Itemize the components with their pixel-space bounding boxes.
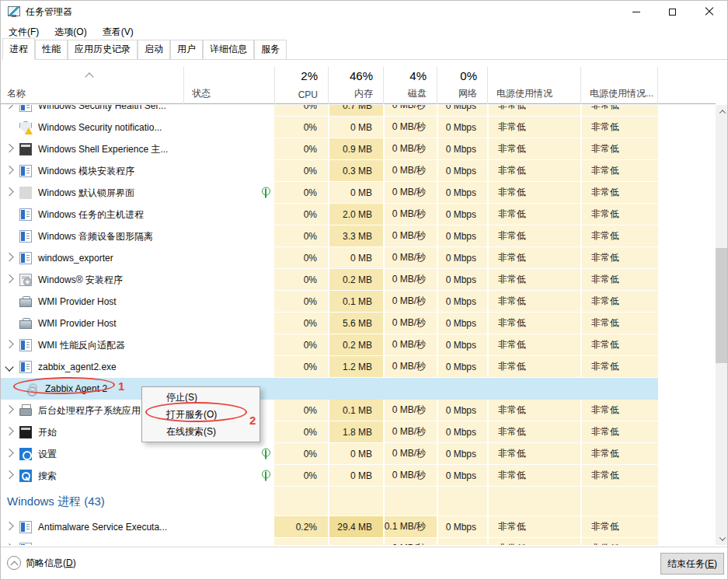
tree-chevron-icon[interactable] [5, 522, 13, 530]
cell-network: 0 Mbps [437, 117, 487, 138]
cell-disk: 0 MB/秒 [383, 204, 437, 225]
cell-disk: 0 MB/秒 [383, 160, 437, 181]
end-task-button[interactable]: 结束任务(E) [660, 553, 724, 575]
tab-details[interactable]: 详细信息 [203, 40, 254, 59]
table-row[interactable]: 后台处理程序子系统应用 0% 0.1 MB 0 MB/秒 0 Mbps 非常低 … [1, 400, 658, 421]
table-row[interactable]: Windows 任务的主机进程 0% 2.0 MB 0 MB/秒 0 Mbps … [1, 204, 658, 225]
process-list: Windows Security Health Ser... 0% 0.7 MB… [1, 105, 716, 545]
process-name-cell: Antimalware Service Executa... [1, 516, 274, 538]
table-row[interactable]: Windows Security Health Ser... 0% 0.7 MB… [1, 105, 658, 117]
cell-memory: 0 MB [328, 182, 383, 203]
menu-options[interactable]: 选项(O) [47, 23, 94, 41]
tree-chevron-icon[interactable] [5, 449, 13, 457]
tab-services[interactable]: 服务 [254, 40, 287, 59]
tab-users[interactable]: 用户 [170, 40, 203, 59]
table-row[interactable]: zabbix_agent2.exe 0% 1.2 MB 0 MB/秒 0 Mbp… [1, 356, 658, 378]
minimize-button[interactable] [618, 1, 654, 23]
tree-chevron-icon[interactable] [5, 187, 13, 196]
context-menu-item-open-services[interactable]: 打开服务(O) [142, 406, 260, 423]
table-row[interactable]: WMI 性能反向适配器 0% 0.2 MB 0 MB/秒 0 Mbps 非常低 … [1, 334, 658, 356]
table-row[interactable]: Antimalware Service Executa... 0.2% 29.4… [1, 516, 658, 538]
cell-power-usage [487, 487, 580, 515]
details-toggle[interactable]: 简略信息(D) [7, 556, 76, 570]
context-menu-item-stop[interactable]: 停止(S) [142, 389, 260, 406]
column-header-network[interactable]: 0% 网络 [437, 67, 487, 104]
table-row[interactable]: 0% 0 MB 0 MB/秒 0 Mbps 非常低 非常低 [1, 538, 658, 545]
cell-disk: 0 MB/秒 [383, 105, 437, 116]
table-row[interactable]: Windows 默认锁屏界面 0% 0 MB 0 MB/秒 0 Mbps 非常低… [1, 182, 658, 204]
table-row[interactable]: Windows 音频设备图形隔离 0% 3.3 MB 0 MB/秒 0 Mbps… [1, 225, 658, 247]
cell-disk: 0 MB/秒 [383, 138, 437, 159]
tab-performance[interactable]: 性能 [35, 40, 68, 59]
tab-startup[interactable]: 启动 [138, 40, 170, 59]
title-bar: 任务管理器 [1, 1, 727, 23]
scroll-down-button[interactable] [716, 532, 728, 545]
cell-network: 0 Mbps [437, 204, 487, 225]
maximize-icon [669, 9, 676, 16]
context-menu: 停止(S) 打开服务(O) 在线搜索(S) [141, 386, 260, 442]
column-header-power-trend[interactable]: 电源使用情况... [580, 67, 658, 104]
table-row[interactable]: Windows Security notificatio... 0% 0 MB … [1, 117, 658, 138]
process-name-cell: Windows® 安装程序 [1, 269, 274, 291]
process-name-cell [1, 538, 274, 545]
cell-memory: 0.1 MB [328, 400, 383, 421]
column-header-name[interactable]: 名称 [1, 67, 183, 104]
scroll-up-button[interactable] [716, 105, 728, 118]
tab-app-history[interactable]: 应用历史记录 [68, 40, 138, 59]
tree-chevron-icon[interactable] [5, 470, 13, 479]
process-icon [19, 252, 32, 264]
table-row[interactable]: Windows® 安装程序 0% 0.2 MB 0 MB/秒 0 Mbps 非常… [1, 269, 658, 291]
tree-chevron-icon[interactable] [5, 274, 13, 283]
table-row[interactable]: Windows 模块安装程序 0% 0.3 MB 0 MB/秒 0 Mbps 非… [1, 160, 658, 182]
tree-chevron-icon[interactable] [5, 362, 13, 371]
process-name: WMI Provider Host [38, 318, 117, 329]
column-header-power[interactable]: 电源使用情况 [487, 67, 580, 104]
tree-chevron-icon[interactable] [5, 543, 13, 545]
process-icon [19, 470, 32, 482]
table-row[interactable]: 搜索 0% 0 MB 0 MB/秒 0 Mbps 非常低 非常低 [1, 465, 658, 487]
context-menu-item-search-online[interactable]: 在线搜索(S) [142, 423, 260, 440]
tree-chevron-icon[interactable] [5, 105, 13, 109]
tree-chevron-icon[interactable] [5, 144, 13, 152]
table-row[interactable]: Zabbix Agent 2 [1, 378, 658, 400]
cell-memory: 0.9 MB [328, 138, 383, 159]
table-row[interactable]: Windows 进程 (43) [1, 487, 658, 516]
table-row[interactable]: 开始 0% 1.8 MB 0 MB/秒 0 Mbps 非常低 非常低 [1, 421, 658, 443]
sort-ascending-icon [85, 72, 93, 81]
cell-memory: 0.2 MB [328, 334, 383, 355]
menu-view[interactable]: 查看(V) [95, 23, 141, 41]
table-row[interactable]: WMI Provider Host 0% 5.6 MB 0 MB/秒 0 Mbp… [1, 313, 658, 334]
tree-chevron-icon[interactable] [5, 340, 13, 348]
tab-processes[interactable]: 进程 [2, 38, 35, 60]
column-header-memory[interactable]: 46% 内存 [328, 67, 383, 104]
cell-cpu: 0% [274, 105, 328, 116]
cell-network: 0 Mbps [437, 247, 487, 268]
column-header-disk[interactable]: 4% 磁盘 [383, 67, 437, 104]
table-row[interactable]: Windows Shell Experience 主... 0% 0.9 MB … [1, 138, 658, 160]
close-button[interactable] [691, 1, 727, 23]
cell-memory: 2.0 MB [328, 204, 383, 225]
cell-network: 0 Mbps [437, 443, 487, 464]
cell-disk: 0 MB/秒 [383, 356, 437, 377]
tree-chevron-icon[interactable] [5, 253, 13, 261]
tree-chevron-icon[interactable] [5, 427, 13, 435]
process-name: Windows 任务的主机进程 [38, 208, 144, 222]
table-row[interactable]: 设置 0% 0 MB 0 MB/秒 0 Mbps 非常低 非常低 [1, 443, 658, 465]
process-name: Windows 模块安装程序 [38, 165, 134, 178]
process-name: WMI Provider Host [38, 296, 117, 307]
column-header-cpu[interactable]: 2% CPU [274, 67, 328, 104]
process-icon [19, 165, 32, 177]
cell-disk: 0 MB/秒 [383, 247, 437, 268]
cell-network: 0 Mbps [437, 356, 487, 377]
column-header-status[interactable]: 状态 [183, 67, 274, 104]
process-name-cell: Windows Shell Experience 主... [1, 138, 274, 160]
table-row[interactable]: WMI Provider Host 0% 0.1 MB 0 MB/秒 0 Mbp… [1, 291, 658, 313]
tree-chevron-icon[interactable] [5, 166, 13, 174]
scrollbar-thumb[interactable] [716, 248, 728, 363]
tree-chevron-icon[interactable] [5, 405, 13, 414]
table-row[interactable]: windows_exporter 0% 0 MB 0 MB/秒 0 Mbps 非… [1, 247, 658, 269]
process-icon [19, 361, 32, 373]
vertical-scrollbar[interactable] [716, 105, 728, 545]
maximize-button[interactable] [654, 1, 691, 23]
process-icon [19, 317, 32, 330]
